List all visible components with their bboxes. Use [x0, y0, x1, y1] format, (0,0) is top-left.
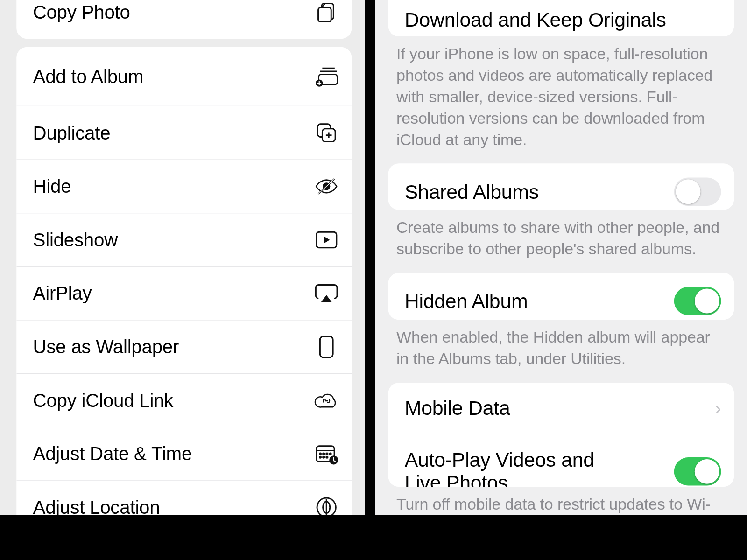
menu-label: AirPlay — [33, 282, 92, 304]
menu-add-to-album[interactable]: Add to Album — [16, 47, 352, 106]
menu-label: Adjust Date & Time — [33, 443, 192, 465]
menu-slideshow[interactable]: Slideshow — [16, 213, 352, 266]
menu-hide[interactable]: Hide — [16, 159, 352, 213]
menu-copy-icloud-link[interactable]: Copy iCloud Link — [16, 373, 352, 427]
menu-duplicate[interactable]: Duplicate — [16, 106, 352, 160]
svg-rect-15 — [320, 336, 333, 357]
mobile-data-footer: Turn off mobile data to restrict updates… — [388, 487, 734, 515]
icloud-link-icon — [314, 388, 339, 413]
svg-point-19 — [323, 453, 324, 455]
menu-adjust-date[interactable]: Adjust Date & Time — [16, 427, 352, 481]
svg-point-18 — [319, 453, 321, 455]
setting-label: Auto-Play Videos and Live Photos — [405, 448, 628, 487]
menu-label: Copy iCloud Link — [33, 390, 174, 412]
download-originals-footer: If your iPhone is low on space, full-res… — [388, 36, 734, 163]
menu-label: Use as Wallpaper — [33, 336, 179, 358]
menu-wallpaper[interactable]: Use as Wallpaper — [16, 320, 352, 373]
svg-point-24 — [326, 456, 328, 458]
wallpaper-icon — [314, 335, 339, 359]
autoplay-toggle[interactable] — [674, 457, 721, 485]
hidden-album-toggle[interactable] — [674, 287, 721, 315]
menu-label: Hide — [33, 175, 71, 197]
menu-label: Adjust Location — [33, 497, 160, 515]
svg-point-20 — [326, 453, 328, 455]
setting-label: Shared Albums — [405, 180, 539, 203]
adjust-location-icon — [314, 495, 339, 515]
shared-albums-footer: Create albums to share with other people… — [388, 210, 734, 273]
menu-airplay[interactable]: AirPlay — [16, 266, 352, 320]
menu-copy-photo[interactable]: Copy Photo — [16, 0, 352, 39]
adjust-date-icon — [314, 441, 339, 466]
duplicate-icon — [314, 120, 339, 145]
menu-label: Slideshow — [33, 229, 118, 251]
setting-hidden-album[interactable]: Hidden Album — [388, 273, 734, 320]
svg-point-21 — [330, 453, 331, 455]
slideshow-icon — [314, 228, 339, 252]
setting-label: Download and Keep Originals — [405, 8, 666, 31]
svg-point-22 — [319, 456, 321, 458]
hide-icon — [314, 174, 339, 199]
svg-rect-0 — [318, 7, 331, 21]
setting-shared-albums[interactable]: Shared Albums — [388, 163, 734, 210]
chevron-right-icon: › — [714, 397, 721, 420]
menu-label: Copy Photo — [33, 1, 130, 23]
menu-adjust-location[interactable]: Adjust Location — [16, 480, 352, 515]
setting-label: Hidden Album — [405, 290, 528, 313]
menu-label: Duplicate — [33, 122, 111, 144]
menu-label: Add to Album — [33, 65, 144, 87]
svg-point-23 — [323, 456, 324, 458]
screenshot-divider — [365, 0, 375, 515]
airplay-icon — [314, 281, 339, 306]
setting-label: Mobile Data — [405, 397, 510, 420]
setting-download-originals[interactable]: Download and Keep Originals — [388, 0, 734, 36]
hidden-album-footer: When enabled, the Hidden album will appe… — [388, 320, 734, 383]
copy-photo-icon — [314, 0, 339, 25]
setting-autoplay[interactable]: Auto-Play Videos and Live Photos — [388, 434, 734, 486]
add-to-album-icon — [314, 64, 339, 89]
shared-albums-toggle[interactable] — [674, 178, 721, 206]
setting-mobile-data[interactable]: Mobile Data › — [388, 383, 734, 434]
